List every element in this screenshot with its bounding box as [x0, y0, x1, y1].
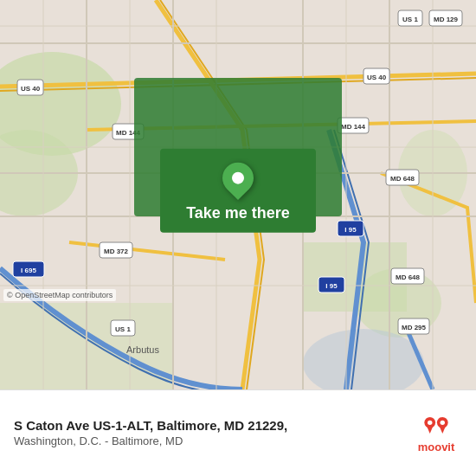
svg-text:MD 648: MD 648: [390, 175, 415, 183]
moovit-icon: [419, 413, 453, 439]
moovit-logo: moovit: [410, 413, 462, 453]
svg-text:MD 144: MD 144: [341, 123, 366, 131]
info-bar: S Caton Ave US-1-ALT, Baltimore, MD 2122…: [0, 389, 476, 476]
button-overlay: Take me there: [160, 149, 316, 233]
svg-text:I 95: I 95: [325, 282, 338, 290]
svg-text:MD 648: MD 648: [396, 273, 421, 281]
svg-text:Arbutus: Arbutus: [126, 344, 159, 355]
location-pin-icon: [222, 159, 254, 197]
svg-marker-58: [426, 424, 434, 434]
osm-credit: © OpenStreetMap contributors: [3, 289, 116, 301]
address-line2: Washington, D.C. - Baltimore, MD: [14, 434, 400, 449]
svg-text:MD 372: MD 372: [104, 248, 129, 255]
svg-point-62: [441, 421, 445, 425]
address-line1: S Caton Ave US-1-ALT, Baltimore, MD 2122…: [14, 417, 400, 434]
svg-text:I 695: I 695: [21, 267, 36, 274]
button-label: Take me there: [186, 204, 290, 222]
svg-text:US 1: US 1: [402, 16, 418, 23]
svg-text:US 1: US 1: [115, 325, 131, 333]
osm-credit-text: © OpenStreetMap contributors: [3, 289, 116, 301]
svg-marker-61: [439, 424, 447, 434]
svg-text:I 95: I 95: [344, 226, 357, 234]
svg-text:US 40: US 40: [367, 74, 387, 81]
svg-text:MD 129: MD 129: [434, 16, 459, 23]
moovit-brand-text: moovit: [418, 441, 455, 453]
svg-text:MD 295: MD 295: [402, 324, 427, 331]
svg-point-59: [428, 421, 432, 425]
address-block: S Caton Ave US-1-ALT, Baltimore, MD 2122…: [14, 417, 400, 450]
svg-text:US 40: US 40: [21, 85, 41, 93]
map-container: US 1 US 40 US 40 MD 144 MD 144 MD 372 I …: [0, 0, 476, 389]
take-me-there-button[interactable]: Take me there: [160, 149, 316, 233]
